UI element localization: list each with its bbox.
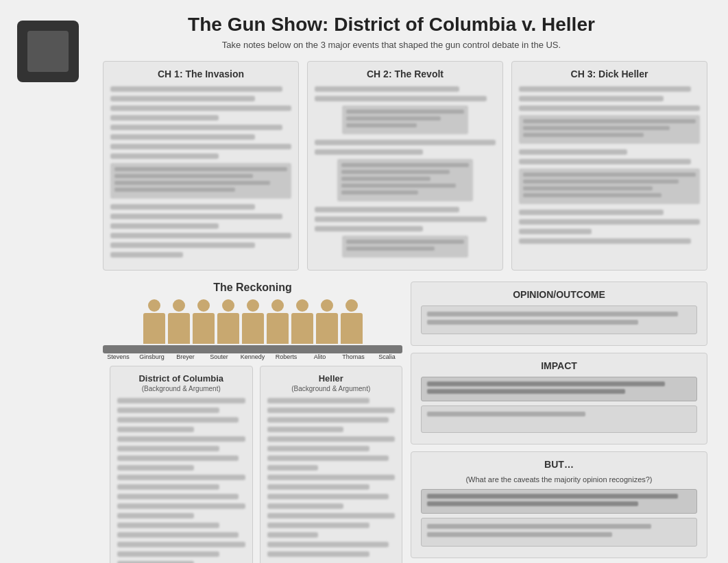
chapter-card-1: CH 1: The Invasion <box>103 61 299 271</box>
justice-body <box>267 313 289 344</box>
justice-head <box>197 299 210 312</box>
argument-card-heller: Heller (Background & Argument) <box>260 366 403 563</box>
chapter-1-title: CH 1: The Invasion <box>110 68 291 79</box>
justice-head <box>345 299 358 312</box>
justice-figure-souter <box>217 299 239 344</box>
page-subtitle: Take notes below on the 3 major events t… <box>69 40 714 50</box>
justice-figure-thomas <box>316 299 338 344</box>
justice-body <box>242 313 264 344</box>
argument-heller-title: Heller <box>267 373 396 384</box>
opinion-outcome-title: OPINION/OUTCOME <box>421 289 697 300</box>
justices-figures <box>103 299 402 344</box>
argument-heller-subtitle: (Background & Argument) <box>267 385 396 392</box>
but-title: BUT… <box>421 459 697 470</box>
impact-input[interactable] <box>421 405 697 433</box>
chapter-card-2: CH 2: The Revolt <box>307 61 503 271</box>
justice-figure-roberts <box>267 299 289 344</box>
justice-head <box>148 299 160 312</box>
header: The Gun Show: District of Columbia v. He… <box>69 14 714 50</box>
justice-figure-stevens <box>143 299 165 344</box>
justice-name-scalia: Scalia <box>372 353 402 360</box>
impact-highlight-box <box>421 377 697 401</box>
justice-head <box>296 299 308 312</box>
justice-name-souter: Souter <box>204 353 234 360</box>
opinion-outcome-card: OPINION/OUTCOME <box>411 282 707 346</box>
page: The Gun Show: District of Columbia v. He… <box>0 0 728 563</box>
bottom-row: The Reckoning <box>14 282 707 563</box>
justice-figure-scalia <box>341 299 363 344</box>
justice-head <box>247 299 259 312</box>
justice-name-breyer: Breyer <box>170 353 201 360</box>
justice-figure-alito <box>291 299 313 344</box>
justice-head <box>321 299 333 312</box>
impact-title: IMPACT <box>421 360 697 371</box>
justice-body <box>217 313 239 344</box>
but-subtitle: (What are the caveats the majority opini… <box>421 475 697 484</box>
justice-body <box>341 313 363 344</box>
justice-figure-breyer <box>193 299 215 344</box>
justice-name-kennedy: Kennedy <box>237 353 268 360</box>
argument-cards: District of Columbia (Background & Argum… <box>14 366 402 563</box>
opinion-outcome-input[interactable] <box>421 305 697 334</box>
justice-body <box>143 313 165 344</box>
justice-name-roberts: Roberts <box>271 353 302 360</box>
justice-body <box>291 313 313 344</box>
justice-head <box>222 299 234 312</box>
argument-dc-title: District of Columbia <box>117 373 245 384</box>
justice-body <box>316 313 338 344</box>
reckoning-section: The Reckoning <box>14 282 402 563</box>
argument-card-dc: District of Columbia (Background & Argum… <box>110 366 253 563</box>
page-title: The Gun Show: District of Columbia v. He… <box>69 14 714 36</box>
justice-figure-ginsburg <box>168 299 190 344</box>
justice-head <box>271 299 284 312</box>
but-card: BUT… (What are the caveats the majority … <box>411 451 707 558</box>
but-input[interactable] <box>421 518 697 547</box>
impact-card: IMPACT <box>411 353 707 445</box>
chapter-card-3: CH 3: Dick Heller <box>511 61 707 271</box>
reckoning-title: The Reckoning <box>103 282 402 294</box>
chapter-2-title: CH 2: The Revolt <box>315 68 496 79</box>
app-icon <box>17 21 79 82</box>
justice-name-alito: Alito <box>304 353 335 360</box>
justice-name-stevens: Stevens <box>103 353 134 360</box>
justice-body <box>193 313 215 344</box>
chapter-3-title: CH 3: Dick Heller <box>519 68 700 79</box>
but-highlight-box <box>421 489 697 514</box>
justice-name-ginsburg: Ginsburg <box>136 353 167 360</box>
chapters-row: CH 1: The Invasion CH 2: The Revolt <box>103 61 707 271</box>
justice-head <box>173 299 185 312</box>
app-icon-inner <box>27 31 69 72</box>
justices-names-row: Stevens Ginsburg Breyer Souter Kennedy R… <box>103 353 402 360</box>
justices-area <box>103 299 402 353</box>
justice-body <box>168 313 190 344</box>
argument-dc-subtitle: (Background & Argument) <box>117 385 245 392</box>
justice-figure-kennedy <box>242 299 264 344</box>
opinion-section: OPINION/OUTCOME IMPACT BUT… <box>411 282 707 563</box>
justice-name-thomas: Thomas <box>338 353 369 360</box>
